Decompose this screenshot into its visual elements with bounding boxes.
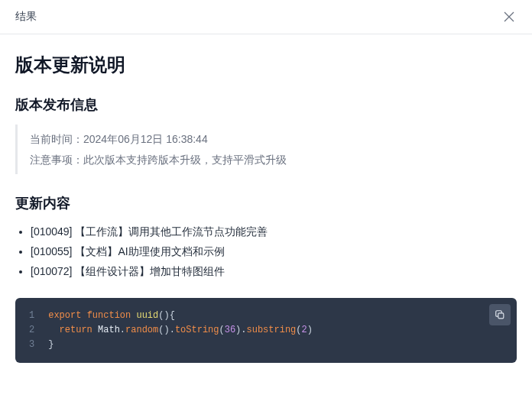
code-line: export function uuid(){ <box>48 309 504 323</box>
page-title: 版本更新说明 <box>15 53 517 77</box>
code-line: } <box>48 338 504 352</box>
release-time-value: 2024年06月12日 16:38:44 <box>83 133 208 145</box>
release-info-heading: 版本发布信息 <box>15 95 517 114</box>
list-item: [010072] 【组件设计器】增加甘特图组件 <box>31 263 517 281</box>
release-notice-row: 注意事项：此次版本支持跨版本升级，支持平滑式升级 <box>30 150 517 170</box>
code-line: return Math.random().toString(36).substr… <box>48 323 504 338</box>
release-time-row: 当前时间：2024年06月12日 16:38:44 <box>30 129 517 150</box>
release-info-block: 当前时间：2024年06月12日 16:38:44 注意事项：此次版本支持跨版本… <box>15 125 517 174</box>
release-notice-label: 注意事项： <box>30 154 83 166</box>
modal-content: 版本更新说明 版本发布信息 当前时间：2024年06月12日 16:38:44 … <box>0 34 532 398</box>
close-button[interactable] <box>501 9 517 24</box>
code-gutter: 1 2 3 <box>15 309 48 353</box>
code-lines: export function uuid(){ return Math.rand… <box>48 309 517 353</box>
svg-rect-2 <box>498 312 504 318</box>
copy-icon <box>495 309 505 320</box>
list-item: [010055] 【文档】AI助理使用文档和示例 <box>31 243 517 261</box>
modal-root: 结果 版本更新说明 版本发布信息 当前时间：2024年06月12日 16:38:… <box>0 0 532 398</box>
changes-list: [010049] 【工作流】调用其他工作流节点功能完善 [010055] 【文档… <box>15 223 517 280</box>
line-number: 3 <box>29 338 34 352</box>
changes-heading: 更新内容 <box>15 194 517 212</box>
modal-header: 结果 <box>0 0 532 34</box>
copy-button[interactable] <box>489 304 511 325</box>
list-item: [010049] 【工作流】调用其他工作流节点功能完善 <box>31 223 517 241</box>
code-body: 1 2 3 export function uuid(){ return Mat… <box>15 298 517 364</box>
release-notice-value: 此次版本支持跨版本升级，支持平滑式升级 <box>83 154 287 166</box>
close-icon <box>504 11 514 22</box>
line-number: 1 <box>29 309 34 323</box>
modal-title: 结果 <box>15 10 37 24</box>
code-block: 1 2 3 export function uuid(){ return Mat… <box>15 298 517 364</box>
release-time-label: 当前时间： <box>30 133 83 145</box>
line-number: 2 <box>29 323 34 338</box>
